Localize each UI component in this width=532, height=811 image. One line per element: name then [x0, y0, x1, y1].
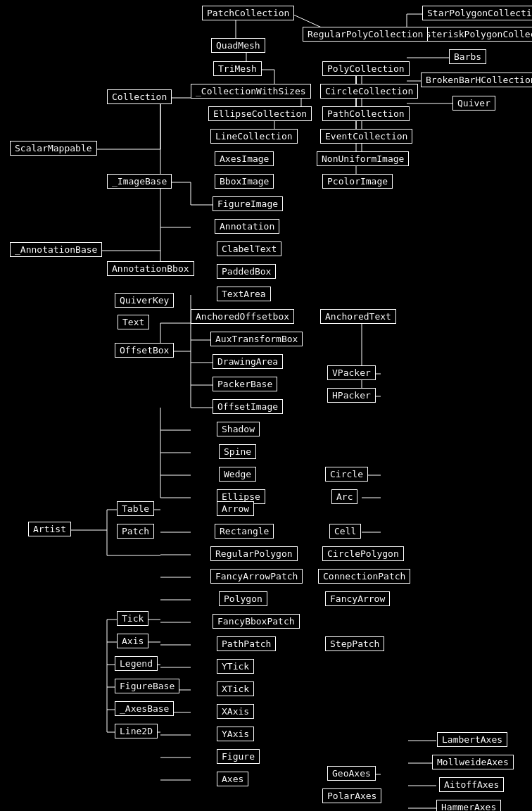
class-node-auxtransformbox: AuxTransformBox — [210, 332, 303, 346]
class-node-trimesh: TriMesh — [213, 61, 262, 76]
class-node-regularpolygon: RegularPolygon — [210, 546, 298, 561]
class-node-anchoredoffsetbox: AnchoredOffsetbox — [191, 309, 294, 324]
class-node-barbs: Barbs — [449, 49, 486, 64]
class-node-annotation: Annotation — [215, 219, 279, 234]
class-node-cell: Cell — [329, 524, 361, 539]
class-node-_imagebase: _ImageBase — [107, 174, 172, 189]
class-node-arrow: Arrow — [217, 501, 254, 516]
class-node-pcolorimage: PcolorImage — [322, 174, 393, 189]
class-node-circlecollection: CircleCollection — [320, 84, 418, 99]
class-node-fancybboxpatch: FancyBboxPatch — [213, 614, 300, 629]
class-node-fancyarrow: FancyArrow — [325, 591, 390, 606]
class-node-figureimage: FigureImage — [213, 196, 283, 211]
class-node-vpacker: VPacker — [327, 365, 376, 380]
class-node-arc: Arc — [331, 489, 357, 504]
class-node-_annotationbase: _AnnotationBase — [10, 242, 102, 257]
class-node-collection: Collection — [107, 89, 172, 104]
class-node-polycollection: PolyCollection — [322, 61, 410, 76]
class-node-drawingarea: DrawingArea — [213, 354, 283, 369]
class-node-pathcollection: PathCollection — [322, 106, 410, 121]
class-node-_collectionwithsizes: _CollectionWithSizes — [191, 84, 311, 99]
class-node-brokenbarhcollection: BrokenBarHCollection — [421, 73, 532, 87]
class-node-axis: Axis — [117, 634, 148, 648]
class-node-hpacker: HPacker — [327, 388, 376, 403]
class-node-table: Table — [117, 501, 154, 516]
class-node-artist: Artist — [28, 522, 71, 536]
class-node-polaraxes: PolarAxes — [322, 788, 381, 803]
class-node-offsetimage: OffsetImage — [213, 399, 283, 414]
class-node-_axesbase: _AxesBase — [115, 701, 174, 716]
class-node-legend: Legend — [115, 656, 158, 671]
class-node-bboximage: BboxImage — [215, 174, 274, 189]
class-node-lambertaxes: LambertAxes — [437, 732, 507, 747]
class-node-spine: Spine — [219, 444, 256, 459]
class-node-polygon: Polygon — [219, 591, 267, 606]
class-node-steppatch: StepPatch — [325, 636, 384, 651]
class-node-yaxis: YAxis — [217, 727, 254, 741]
class-node-ellipsecollection: EllipseCollection — [208, 106, 312, 121]
class-node-circlepolygon: CirclePolygon — [322, 546, 404, 561]
class-node-line2d: Line2D — [115, 724, 158, 738]
class-node-nonuniformimage: NonUniformImage — [317, 151, 409, 166]
class-node-linecollection: LineCollection — [210, 129, 298, 144]
class-node-connectionpatch: ConnectionPatch — [318, 569, 410, 584]
class-node-anchoredtext: AnchoredText — [320, 309, 396, 324]
class-node-xaxis: XAxis — [217, 704, 254, 719]
class-node-figure: Figure — [217, 749, 260, 764]
class-node-fancyarrowpatch: FancyArrowPatch — [210, 569, 303, 584]
class-node-packerbase: PackerBase — [213, 377, 277, 391]
class-node-figurebase: FigureBase — [115, 679, 179, 693]
class-node-regularpolycollection: RegularPolyCollection — [303, 27, 428, 42]
class-node-tick: Tick — [117, 611, 148, 626]
class-node-asteriskpolygoncollection: AsteriskPolygonCollection — [415, 27, 532, 42]
class-node-rectangle: Rectangle — [215, 524, 274, 539]
class-node-axes: Axes — [217, 772, 248, 786]
class-node-clabeltext: ClabelText — [217, 241, 281, 256]
class-node-axesimage: AxesImage — [215, 151, 274, 166]
class-node-eventcollection: EventCollection — [320, 129, 412, 144]
class-node-patch: Patch — [117, 524, 154, 539]
class-node-paddedbox: PaddedBox — [217, 264, 276, 279]
class-node-textarea: TextArea — [217, 287, 271, 301]
class-node-pathpatch: PathPatch — [217, 636, 276, 651]
class-node-aitoffaxes: AitoffAxes — [439, 777, 504, 792]
class-node-quiverkey: QuiverKey — [115, 293, 174, 308]
class-node-shadow: Shadow — [217, 422, 260, 436]
class-node-circle: Circle — [325, 467, 368, 482]
class-node-text: Text — [118, 315, 149, 329]
class-node-geoaxes: GeoAxes — [327, 766, 376, 781]
class-node-patchcollection: PatchCollection — [202, 6, 294, 20]
class-node-ytick: YTick — [217, 659, 254, 674]
class-node-wedge: Wedge — [219, 467, 256, 482]
class-node-offsetbox: OffsetBox — [115, 343, 174, 358]
class-node-xtick: XTick — [217, 681, 254, 696]
class-node-mollweideaxes: MollweideAxes — [432, 755, 514, 769]
class-node-hammeraxes: HammerAxes — [436, 800, 501, 811]
class-node-quadmesh: QuadMesh — [211, 38, 265, 53]
class-node-quiver: Quiver — [452, 96, 495, 111]
class-node-annotationbbox: AnnotationBbox — [107, 261, 194, 276]
class-node-scalarmappable: ScalarMappable — [10, 141, 97, 156]
class-node-starpolygoncollection: StarPolygonCollection — [422, 6, 532, 20]
